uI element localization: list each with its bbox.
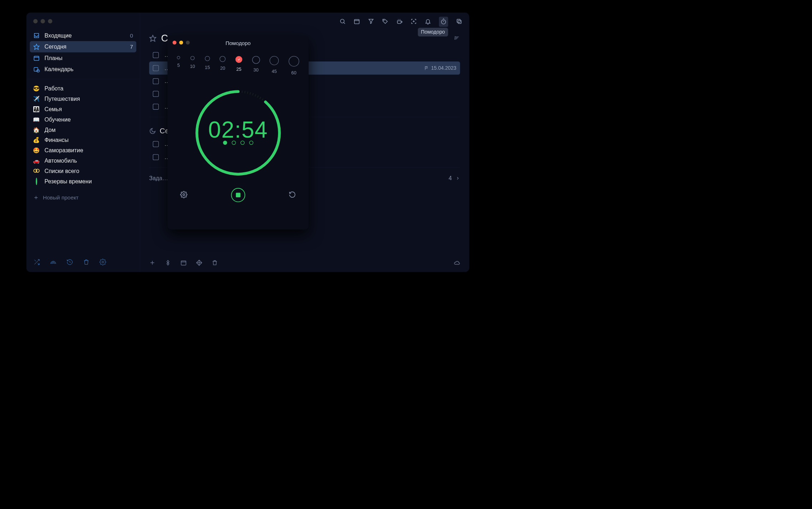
project-home[interactable]: 🏠Дом — [30, 125, 136, 135]
trash-icon[interactable] — [83, 259, 90, 267]
minimize-dot[interactable] — [179, 41, 183, 45]
sidebar-divider — [26, 79, 140, 79]
emoji-icon: 💰 — [33, 137, 40, 143]
nav-plans[interactable]: Планы — [30, 52, 136, 63]
svg-rect-8 — [355, 19, 359, 24]
nav-inbox[interactable]: Входящие 0 — [30, 30, 136, 41]
preset-20[interactable]: 20 — [220, 56, 226, 76]
preset-60[interactable]: 60 — [288, 56, 299, 76]
minimize-dot[interactable] — [41, 19, 45, 23]
checkbox[interactable] — [153, 91, 159, 97]
svg-point-9 — [383, 20, 384, 20]
project-reserves[interactable]: Резервы времени — [30, 176, 136, 187]
project-learning[interactable]: 📖Обучение — [30, 114, 136, 125]
search-icon[interactable] — [340, 18, 346, 26]
pomodoro-cycle-dots — [223, 140, 253, 145]
new-project-button[interactable]: Новый проект — [26, 191, 140, 205]
sidebar-bottom-toolbar — [26, 253, 140, 272]
project-travel[interactable]: ✈️Путешествия — [30, 94, 136, 104]
priority-icon[interactable] — [165, 260, 171, 267]
emoji-icon: 🚗 — [33, 158, 40, 164]
nav-list: Входящие 0 Сегодня 7 Планы Календарь — [26, 30, 140, 75]
shuffle-icon[interactable] — [33, 259, 40, 267]
preset-label: 30 — [253, 68, 258, 73]
pomodoro-reset-icon[interactable] — [289, 191, 296, 199]
settings-icon[interactable] — [99, 259, 106, 267]
new-project-label: Новый проект — [43, 194, 79, 201]
stopwatch-icon[interactable]: Помодоро — [439, 17, 448, 27]
svg-point-7 — [341, 19, 344, 23]
project-work[interactable]: 😎Работа — [30, 83, 136, 94]
focus-icon[interactable] — [411, 18, 417, 26]
preset-10[interactable]: 10 — [190, 56, 195, 76]
svg-rect-13 — [457, 19, 460, 23]
star-outline-icon[interactable] — [149, 35, 157, 42]
inbox-icon — [33, 32, 40, 39]
preset-label: 25 — [236, 66, 241, 72]
nav-label: Сегодня — [45, 43, 125, 50]
preset-15[interactable]: 15 — [205, 56, 210, 76]
project-label: Финансы — [45, 137, 69, 144]
pomodoro-settings-icon[interactable] — [180, 191, 188, 199]
project-label: Автомобиль — [45, 157, 77, 164]
chevron-right-icon — [455, 176, 460, 181]
preset-45[interactable]: 45 — [269, 56, 279, 76]
checkbox[interactable] — [153, 154, 159, 160]
project-car[interactable]: 🚗Автомобиль — [30, 155, 136, 166]
rainbow-icon[interactable] — [50, 259, 56, 267]
preset-label: 5 — [177, 63, 180, 68]
task-due: 15.04.2023 — [424, 65, 456, 71]
add-icon[interactable] — [149, 260, 155, 267]
main-header: Помодоро — [140, 13, 469, 28]
svg-point-18 — [183, 194, 185, 196]
cloud-icon[interactable] — [454, 260, 460, 267]
rings-icon — [33, 168, 40, 174]
move-icon[interactable] — [196, 260, 202, 267]
pomodoro-stop-button[interactable] — [231, 188, 245, 202]
checkbox[interactable] — [153, 65, 159, 71]
stop-icon — [236, 193, 241, 197]
calendar-icon[interactable] — [353, 18, 360, 26]
delete-icon[interactable] — [212, 260, 218, 267]
tag-icon[interactable] — [382, 18, 388, 26]
bell-icon[interactable] — [425, 18, 431, 26]
svg-point-5 — [36, 169, 39, 172]
preset-25[interactable]: 25 — [236, 56, 242, 76]
schedule-icon[interactable] — [180, 260, 187, 267]
preset-30[interactable]: 30 — [252, 56, 260, 76]
sidebar: Входящие 0 Сегодня 7 Планы Календарь 😎Ра… — [26, 13, 140, 272]
preset-5[interactable]: 5 — [177, 56, 180, 76]
project-label: Семья — [45, 106, 62, 113]
close-dot[interactable] — [33, 19, 38, 23]
nav-calendar[interactable]: Календарь — [30, 64, 136, 75]
project-label: Резервы времени — [45, 178, 92, 185]
history-icon[interactable] — [66, 259, 73, 267]
project-lists[interactable]: Списки всего — [30, 166, 136, 176]
zoom-dot[interactable] — [186, 41, 190, 45]
svg-rect-1 — [34, 56, 39, 60]
preset-label: 20 — [220, 66, 225, 71]
project-label: Списки всего — [45, 168, 79, 174]
checkbox[interactable] — [153, 141, 159, 147]
nav-today[interactable]: Сегодня 7 — [30, 41, 136, 52]
checkbox[interactable] — [153, 52, 159, 58]
pomodoro-time: 02:54 — [208, 117, 268, 143]
close-dot[interactable] — [173, 41, 177, 45]
svg-rect-2 — [34, 67, 38, 71]
project-label: Дом — [45, 127, 56, 133]
zoom-dot[interactable] — [48, 19, 52, 23]
project-finance[interactable]: 💰Финансы — [30, 135, 136, 145]
sort-icon[interactable] — [454, 35, 460, 42]
calendar-clock-icon — [33, 66, 40, 73]
nav-count: 0 — [130, 32, 133, 39]
checkbox[interactable] — [153, 78, 159, 84]
project-selfdev[interactable]: 🤩Саморазвитие — [30, 145, 136, 155]
nav-label: Планы — [45, 55, 133, 61]
project-family[interactable]: 👨‍👩‍👧Семья — [30, 104, 136, 114]
filter-icon[interactable] — [368, 18, 374, 26]
copy-icon[interactable] — [456, 18, 462, 26]
window-traffic-lights — [33, 19, 52, 23]
checkbox[interactable] — [153, 104, 159, 110]
nav-label: Календарь — [45, 66, 133, 73]
coffee-icon[interactable] — [396, 18, 403, 26]
